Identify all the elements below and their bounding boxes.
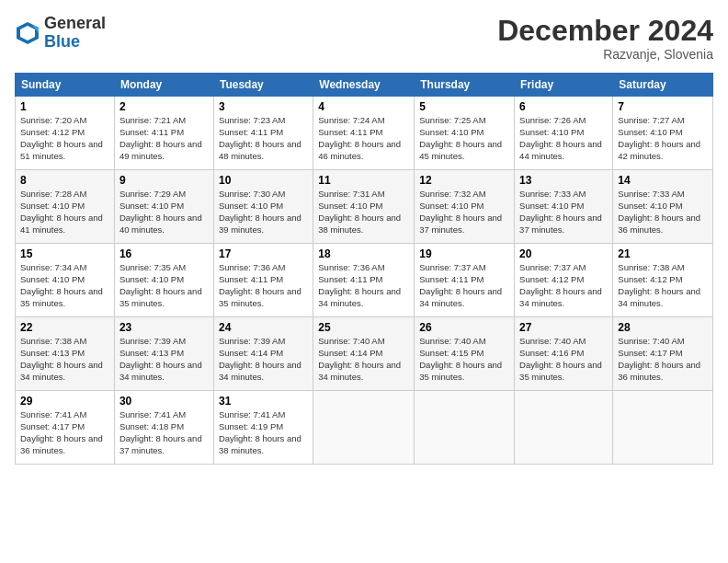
day-number: 14: [618, 174, 708, 187]
day-info: Sunrise: 7:32 AMSunset: 4:10 PMDaylight:…: [419, 189, 509, 236]
day-cell-9: 9Sunrise: 7:29 AMSunset: 4:10 PMDaylight…: [114, 170, 213, 244]
day-number: 2: [119, 100, 209, 113]
day-number: 9: [119, 174, 209, 187]
weekday-header-saturday: Saturday: [613, 74, 713, 97]
day-info: Sunrise: 7:23 AMSunset: 4:11 PMDaylight:…: [219, 115, 308, 162]
title-block: December 2024 Razvanje, Slovenia: [497, 15, 713, 62]
day-cell-21: 21Sunrise: 7:38 AMSunset: 4:12 PMDayligh…: [613, 244, 713, 317]
empty-day-cell: [415, 391, 515, 465]
weekday-header-monday: Monday: [114, 74, 213, 97]
empty-day-cell: [313, 391, 415, 465]
day-number: 20: [519, 247, 608, 260]
day-number: 19: [419, 247, 509, 260]
logo-blue: Blue: [44, 32, 80, 51]
day-cell-12: 12Sunrise: 7:32 AMSunset: 4:10 PMDayligh…: [415, 170, 515, 244]
location: Razvanje, Slovenia: [497, 47, 713, 62]
day-cell-15: 15Sunrise: 7:34 AMSunset: 4:10 PMDayligh…: [16, 244, 115, 317]
day-cell-5: 5Sunrise: 7:25 AMSunset: 4:10 PMDaylight…: [415, 97, 515, 170]
calendar-week-row: 29Sunrise: 7:41 AMSunset: 4:17 PMDayligh…: [16, 391, 713, 465]
day-cell-10: 10Sunrise: 7:30 AMSunset: 4:10 PMDayligh…: [213, 170, 313, 244]
calendar-week-row: 1Sunrise: 7:20 AMSunset: 4:12 PMDaylight…: [16, 97, 713, 170]
month-title: December 2024: [497, 15, 713, 47]
logo: General Blue: [15, 15, 106, 52]
day-info: Sunrise: 7:40 AMSunset: 4:17 PMDaylight:…: [618, 336, 708, 383]
day-info: Sunrise: 7:24 AMSunset: 4:11 PMDaylight:…: [318, 115, 409, 162]
day-cell-30: 30Sunrise: 7:41 AMSunset: 4:18 PMDayligh…: [114, 391, 213, 465]
day-cell-29: 29Sunrise: 7:41 AMSunset: 4:17 PMDayligh…: [16, 391, 115, 465]
weekday-header-row: SundayMondayTuesdayWednesdayThursdayFrid…: [16, 74, 713, 97]
day-info: Sunrise: 7:41 AMSunset: 4:17 PMDaylight:…: [20, 409, 109, 456]
day-number: 24: [219, 321, 308, 334]
day-cell-31: 31Sunrise: 7:41 AMSunset: 4:19 PMDayligh…: [213, 391, 313, 465]
day-info: Sunrise: 7:33 AMSunset: 4:10 PMDaylight:…: [618, 189, 708, 236]
day-cell-4: 4Sunrise: 7:24 AMSunset: 4:11 PMDaylight…: [313, 97, 415, 170]
calendar-week-row: 8Sunrise: 7:28 AMSunset: 4:10 PMDaylight…: [16, 170, 713, 244]
day-info: Sunrise: 7:21 AMSunset: 4:11 PMDaylight:…: [119, 115, 209, 162]
day-info: Sunrise: 7:28 AMSunset: 4:10 PMDaylight:…: [20, 189, 109, 236]
day-number: 17: [219, 247, 308, 260]
day-info: Sunrise: 7:36 AMSunset: 4:11 PMDaylight:…: [219, 262, 308, 309]
day-info: Sunrise: 7:30 AMSunset: 4:10 PMDaylight:…: [219, 189, 308, 236]
day-info: Sunrise: 7:20 AMSunset: 4:12 PMDaylight:…: [20, 115, 109, 162]
day-cell-25: 25Sunrise: 7:40 AMSunset: 4:14 PMDayligh…: [313, 317, 415, 391]
day-number: 30: [119, 395, 209, 408]
day-cell-14: 14Sunrise: 7:33 AMSunset: 4:10 PMDayligh…: [613, 170, 713, 244]
day-number: 5: [419, 100, 509, 113]
day-info: Sunrise: 7:38 AMSunset: 4:13 PMDaylight:…: [20, 336, 109, 383]
day-info: Sunrise: 7:36 AMSunset: 4:11 PMDaylight:…: [318, 262, 409, 309]
day-number: 13: [519, 174, 608, 187]
day-info: Sunrise: 7:33 AMSunset: 4:10 PMDaylight:…: [519, 189, 608, 236]
calendar-week-row: 15Sunrise: 7:34 AMSunset: 4:10 PMDayligh…: [16, 244, 713, 317]
day-cell-8: 8Sunrise: 7:28 AMSunset: 4:10 PMDaylight…: [16, 170, 115, 244]
day-number: 22: [20, 321, 109, 334]
day-cell-1: 1Sunrise: 7:20 AMSunset: 4:12 PMDaylight…: [16, 97, 115, 170]
day-info: Sunrise: 7:37 AMSunset: 4:11 PMDaylight:…: [419, 262, 509, 309]
day-cell-19: 19Sunrise: 7:37 AMSunset: 4:11 PMDayligh…: [415, 244, 515, 317]
day-cell-23: 23Sunrise: 7:39 AMSunset: 4:13 PMDayligh…: [114, 317, 213, 391]
day-info: Sunrise: 7:27 AMSunset: 4:10 PMDaylight:…: [618, 115, 708, 162]
day-cell-2: 2Sunrise: 7:21 AMSunset: 4:11 PMDaylight…: [114, 97, 213, 170]
day-number: 3: [219, 100, 308, 113]
day-info: Sunrise: 7:39 AMSunset: 4:14 PMDaylight:…: [219, 336, 308, 383]
logo-text: General Blue: [44, 15, 106, 52]
day-cell-18: 18Sunrise: 7:36 AMSunset: 4:11 PMDayligh…: [313, 244, 415, 317]
calendar-table: SundayMondayTuesdayWednesdayThursdayFrid…: [15, 73, 713, 465]
day-number: 6: [519, 100, 608, 113]
day-info: Sunrise: 7:31 AMSunset: 4:10 PMDaylight:…: [318, 189, 409, 236]
day-cell-22: 22Sunrise: 7:38 AMSunset: 4:13 PMDayligh…: [16, 317, 115, 391]
day-cell-16: 16Sunrise: 7:35 AMSunset: 4:10 PMDayligh…: [114, 244, 213, 317]
day-info: Sunrise: 7:41 AMSunset: 4:19 PMDaylight:…: [219, 409, 308, 456]
weekday-header-tuesday: Tuesday: [213, 74, 313, 97]
weekday-header-thursday: Thursday: [415, 74, 515, 97]
day-info: Sunrise: 7:35 AMSunset: 4:10 PMDaylight:…: [119, 262, 209, 309]
day-info: Sunrise: 7:38 AMSunset: 4:12 PMDaylight:…: [618, 262, 708, 309]
weekday-header-wednesday: Wednesday: [313, 74, 415, 97]
weekday-header-sunday: Sunday: [16, 74, 115, 97]
day-number: 8: [20, 174, 109, 187]
day-number: 7: [618, 100, 708, 113]
day-cell-28: 28Sunrise: 7:40 AMSunset: 4:17 PMDayligh…: [613, 317, 713, 391]
day-number: 18: [318, 247, 409, 260]
day-number: 10: [219, 174, 308, 187]
day-number: 21: [618, 247, 708, 260]
day-cell-20: 20Sunrise: 7:37 AMSunset: 4:12 PMDayligh…: [515, 244, 613, 317]
day-info: Sunrise: 7:40 AMSunset: 4:15 PMDaylight:…: [419, 336, 509, 383]
day-number: 25: [318, 321, 409, 334]
day-number: 28: [618, 321, 708, 334]
day-info: Sunrise: 7:26 AMSunset: 4:10 PMDaylight:…: [519, 115, 608, 162]
day-number: 16: [119, 247, 209, 260]
day-cell-3: 3Sunrise: 7:23 AMSunset: 4:11 PMDaylight…: [213, 97, 313, 170]
day-number: 11: [318, 174, 409, 187]
day-cell-11: 11Sunrise: 7:31 AMSunset: 4:10 PMDayligh…: [313, 170, 415, 244]
empty-day-cell: [515, 391, 613, 465]
day-number: 4: [318, 100, 409, 113]
day-number: 31: [219, 395, 308, 408]
logo-general: General: [44, 14, 106, 32]
weekday-header-friday: Friday: [515, 74, 613, 97]
page-header: General Blue December 2024 Razvanje, Slo…: [15, 15, 713, 62]
day-number: 27: [519, 321, 608, 334]
day-info: Sunrise: 7:41 AMSunset: 4:18 PMDaylight:…: [119, 409, 209, 456]
day-number: 1: [20, 100, 109, 113]
day-number: 29: [20, 395, 109, 408]
day-info: Sunrise: 7:34 AMSunset: 4:10 PMDaylight:…: [20, 262, 109, 309]
